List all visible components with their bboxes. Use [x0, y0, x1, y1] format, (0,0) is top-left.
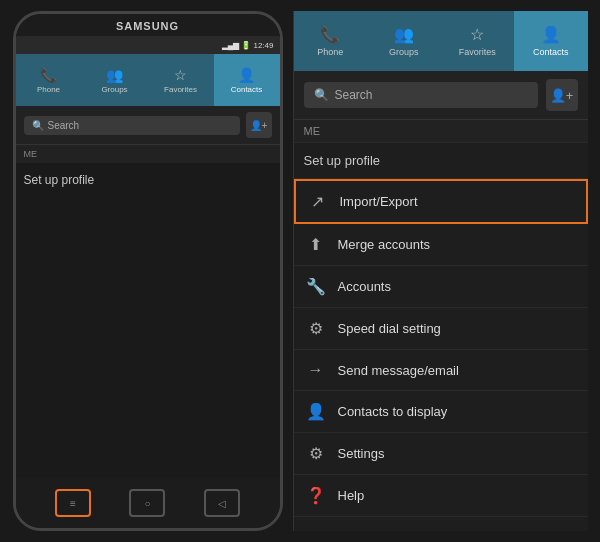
panel-tab-favorites[interactable]: ☆ Favorites	[441, 11, 515, 71]
phone-top-bar: SAMSUNG	[16, 14, 280, 36]
panel-tab-phone[interactable]: 📞 Phone	[294, 11, 368, 71]
panel-favorites-icon: ☆	[470, 25, 484, 44]
contacts-tab-label: Contacts	[231, 85, 263, 94]
panel-search-input-wrapper[interactable]: 🔍 Search	[304, 82, 538, 108]
menu-item-help[interactable]: ❓ Help	[294, 475, 588, 517]
send-message-icon: →	[306, 361, 326, 379]
help-icon: ❓	[306, 486, 326, 505]
contacts-tab-icon: 👤	[238, 67, 255, 83]
panel-add-contact-button[interactable]: 👤+	[546, 79, 578, 111]
favorites-tab-label: Favorites	[164, 85, 197, 94]
tab-favorites[interactable]: ☆ Favorites	[148, 54, 214, 106]
help-label: Help	[338, 488, 365, 503]
panel-tab-bar: 📞 Phone 👥 Groups ☆ Favorites 👤 Contacts	[294, 11, 588, 71]
phone-me-label: ME	[24, 149, 38, 159]
time-display: 12:49	[253, 41, 273, 50]
groups-tab-label: Groups	[101, 85, 127, 94]
menu-item-speed-dial[interactable]: ⚙ Speed dial setting	[294, 308, 588, 350]
dropdown-panel: 📞 Phone 👥 Groups ☆ Favorites 👤 Contacts …	[293, 11, 588, 531]
phone-screen: ▂▄▆ 🔋 12:49 📞 Phone 👥 Groups ☆ Favorites…	[16, 36, 280, 478]
accounts-label: Accounts	[338, 279, 391, 294]
tab-groups[interactable]: 👥 Groups	[82, 54, 148, 106]
panel-setup-profile[interactable]: Set up profile	[294, 143, 588, 179]
panel-tab-groups[interactable]: 👥 Groups	[367, 11, 441, 71]
panel-groups-label: Groups	[389, 47, 419, 57]
panel-contacts-icon: 👤	[541, 25, 561, 44]
groups-tab-icon: 👥	[106, 67, 123, 83]
menu-item-settings[interactable]: ⚙ Settings	[294, 433, 588, 475]
merge-accounts-label: Merge accounts	[338, 237, 431, 252]
phone-brand: SAMSUNG	[116, 20, 179, 32]
phone-bottom-bar: ≡ ○ ◁	[16, 478, 280, 528]
menu-item-send-message[interactable]: → Send message/email	[294, 350, 588, 391]
menu-item-merge-accounts[interactable]: ⬆ Merge accounts	[294, 224, 588, 266]
contacts-display-icon: 👤	[306, 402, 326, 421]
menu-item-accounts[interactable]: 🔧 Accounts	[294, 266, 588, 308]
battery-indicator: 🔋	[241, 41, 251, 50]
accounts-icon: 🔧	[306, 277, 326, 296]
import-export-icon: ↗	[308, 192, 328, 211]
phone-search-placeholder: Search	[48, 120, 80, 131]
search-icon: 🔍	[32, 120, 44, 131]
signal-strength: ▂▄▆	[222, 41, 240, 50]
send-message-label: Send message/email	[338, 363, 459, 378]
panel-phone-icon: 📞	[320, 25, 340, 44]
add-contact-button[interactable]: 👤+	[246, 112, 272, 138]
phone-tab-label: Phone	[37, 85, 60, 94]
back-button[interactable]: ◁	[204, 489, 240, 517]
phone-setup-profile[interactable]: Set up profile	[16, 163, 280, 197]
status-bar: ▂▄▆ 🔋 12:49	[16, 36, 280, 54]
phone-search-input-wrapper[interactable]: 🔍 Search	[24, 116, 240, 135]
import-export-label: Import/Export	[340, 194, 418, 209]
phone-search-bar: 🔍 Search 👤+	[16, 106, 280, 145]
tab-phone[interactable]: 📞 Phone	[16, 54, 82, 106]
merge-accounts-icon: ⬆	[306, 235, 326, 254]
panel-groups-icon: 👥	[394, 25, 414, 44]
menu-button[interactable]: ≡	[55, 489, 91, 517]
settings-icon: ⚙	[306, 444, 326, 463]
phone-setup-profile-text: Set up profile	[24, 173, 95, 187]
panel-setup-profile-text: Set up profile	[304, 153, 381, 168]
panel-search-icon: 🔍	[314, 88, 329, 102]
panel-favorites-label: Favorites	[459, 47, 496, 57]
panel-tab-contacts[interactable]: 👤 Contacts	[514, 11, 588, 71]
menu-item-contacts-display[interactable]: 👤 Contacts to display	[294, 391, 588, 433]
settings-label: Settings	[338, 446, 385, 461]
tab-contacts[interactable]: 👤 Contacts	[214, 54, 280, 106]
home-button[interactable]: ○	[129, 489, 165, 517]
panel-me-section: ME	[294, 120, 588, 143]
menu-item-import-export[interactable]: ↗ Import/Export	[294, 179, 588, 224]
speed-dial-label: Speed dial setting	[338, 321, 441, 336]
panel-search-placeholder: Search	[335, 88, 373, 102]
panel-me-label: ME	[304, 125, 321, 137]
menu-list: ↗ Import/Export ⬆ Merge accounts 🔧 Accou…	[294, 179, 588, 531]
signal-icons: ▂▄▆ 🔋 12:49	[222, 41, 274, 50]
phone-tab-bar: 📞 Phone 👥 Groups ☆ Favorites 👤 Contacts	[16, 54, 280, 106]
phone-device: SAMSUNG ▂▄▆ 🔋 12:49 📞 Phone 👥 Groups ☆ F…	[13, 11, 283, 531]
panel-contacts-label: Contacts	[533, 47, 569, 57]
contacts-display-label: Contacts to display	[338, 404, 448, 419]
panel-search-bar: 🔍 Search 👤+	[294, 71, 588, 120]
panel-phone-label: Phone	[317, 47, 343, 57]
phone-me-section: ME	[16, 145, 280, 163]
favorites-tab-icon: ☆	[174, 67, 187, 83]
speed-dial-icon: ⚙	[306, 319, 326, 338]
phone-tab-icon: 📞	[40, 67, 57, 83]
